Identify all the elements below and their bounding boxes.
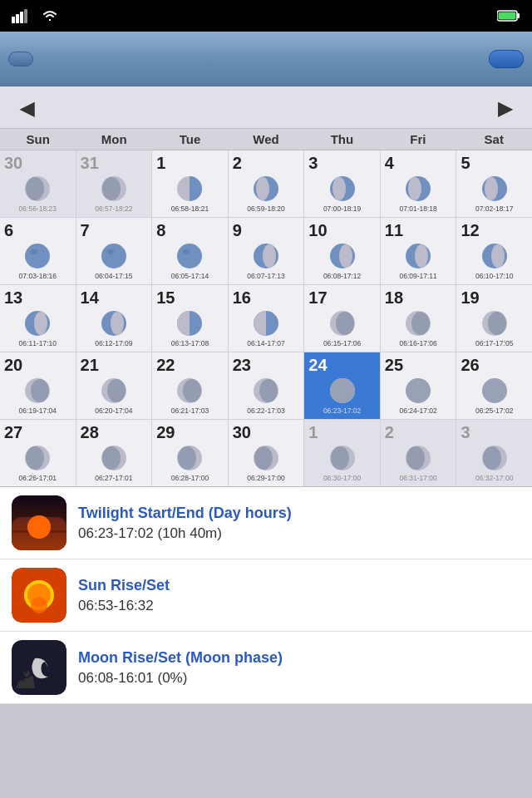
day-number: 15 [156, 288, 175, 308]
cal-cell-15[interactable]: 1506:13-17:08 [152, 285, 228, 352]
cell-time: 06:17-17:05 [475, 340, 513, 347]
info-value-sunrise: 06:53-16:32 [78, 598, 520, 614]
info-title-moonrise: Moon Rise/Set (Moon phase) [78, 649, 520, 667]
moon-phase-icon [404, 377, 432, 405]
day-number: 27 [4, 422, 22, 442]
svg-rect-5 [517, 13, 520, 18]
cal-cell-28[interactable]: 2806:27-17:01 [76, 420, 152, 486]
cell-time: 06:26-17:01 [19, 475, 57, 482]
moon-phase-icon [328, 175, 357, 203]
cal-cell-3-other[interactable]: 306:32-17:00 [456, 420, 532, 486]
cal-cell-16[interactable]: 1606:14-17:07 [229, 285, 304, 352]
moon-phase-icon [404, 242, 432, 270]
info-row-twilight[interactable]: Twilight Start/End (Day hours)06:23-17:0… [0, 487, 532, 559]
day-header-sat: Sat [456, 129, 532, 150]
nav-bar [0, 32, 532, 86]
moon-phase-icon [252, 444, 280, 472]
day-number: 1 [308, 422, 318, 442]
cell-time: 06:05-17:14 [171, 273, 209, 280]
info-row-sunrise[interactable]: Sun Rise/Set06:53-16:32 [0, 559, 532, 632]
cal-cell-2[interactable]: 206:59-18:20 [229, 150, 304, 217]
cal-cell-10[interactable]: 1006:08-17:12 [304, 218, 380, 284]
cell-time: 06:59-18:20 [247, 205, 284, 213]
cal-cell-20[interactable]: 2006:19-17:04 [0, 352, 76, 419]
cell-time: 06:12-17:09 [95, 340, 132, 347]
moon-phase-icon [404, 444, 432, 472]
cal-cell-3[interactable]: 307:00-18:19 [304, 150, 380, 217]
cell-time: 06:31-17:00 [399, 475, 436, 482]
day-number: 22 [156, 355, 175, 375]
cal-cell-30[interactable]: 3006:29-17:00 [229, 420, 304, 486]
cal-cell-13[interactable]: 1306:11-17:10 [0, 285, 76, 352]
day-number: 30 [4, 153, 22, 173]
moon-phase-icon [480, 444, 509, 472]
cal-cell-1[interactable]: 106:58-18:21 [152, 150, 228, 217]
info-row-moonrise[interactable]: Moon Rise/Set (Moon phase)06:08-16:01 (0… [0, 632, 532, 704]
svg-point-10 [102, 177, 121, 200]
svg-point-47 [31, 379, 49, 402]
cal-cell-24[interactable]: 2406:23-17:02 [304, 352, 380, 419]
cal-cell-25[interactable]: 2506:24-17:02 [381, 352, 456, 419]
moon-phase-icon [480, 242, 509, 270]
prev-month-button[interactable]: ◀ [12, 95, 42, 123]
cal-cell-12[interactable]: 1206:10-17:10 [456, 218, 532, 284]
cal-cell-9[interactable]: 906:07-17:13 [229, 218, 304, 284]
cell-time: 06:11-17:10 [19, 340, 57, 347]
svg-point-67 [254, 446, 273, 470]
cal-cell-5[interactable]: 507:02-18:17 [456, 150, 532, 217]
svg-point-23 [107, 249, 114, 254]
cell-time: 06:20-17:04 [95, 407, 132, 415]
cal-cell-11[interactable]: 1106:09-17:11 [381, 218, 456, 284]
next-month-button[interactable]: ▶ [490, 95, 520, 123]
cal-cell-1-other[interactable]: 106:30-17:00 [304, 420, 380, 486]
cal-cell-2-other[interactable]: 206:31-17:00 [381, 420, 456, 486]
status-right [497, 9, 520, 22]
cell-time: 06:22-17:03 [247, 407, 284, 415]
cell-time: 06:13-17:08 [171, 340, 209, 347]
day-number: 14 [81, 288, 99, 308]
svg-point-37 [111, 312, 124, 335]
day-number: 10 [308, 220, 327, 240]
cal-cell-8[interactable]: 806:05-17:14 [152, 218, 228, 284]
cal-cell-21[interactable]: 2106:20-17:04 [76, 352, 152, 419]
svg-point-24 [177, 244, 202, 268]
moon-phase-icon [23, 444, 52, 472]
day-number: 21 [81, 355, 99, 375]
select-button[interactable] [489, 50, 524, 68]
moon-phase-icon [252, 175, 280, 203]
cal-cell-30-other[interactable]: 3006:56-18:23 [0, 150, 76, 217]
cal-cell-14[interactable]: 1406:12-17:09 [76, 285, 152, 352]
cal-cell-29[interactable]: 2906:28-17:00 [152, 420, 228, 486]
cell-time: 06:28-17:00 [171, 475, 209, 482]
cal-cell-18[interactable]: 1806:16-17:06 [381, 285, 456, 352]
cal-cell-26[interactable]: 2606:25-17:02 [456, 352, 532, 419]
day-number: 26 [461, 355, 479, 375]
cell-time: 06:32-17:00 [475, 475, 513, 482]
moon-phase-icon [252, 242, 280, 270]
svg-rect-1 [16, 14, 19, 23]
moon-phase-icon [328, 242, 357, 270]
svg-point-59 [482, 378, 507, 403]
cal-cell-23[interactable]: 2306:22-17:03 [229, 352, 304, 419]
day-header-wed: Wed [228, 129, 303, 150]
date-button[interactable] [8, 52, 33, 66]
cal-cell-6[interactable]: 607:03-18:16 [0, 218, 76, 284]
svg-point-35 [34, 312, 47, 335]
svg-point-22 [101, 244, 126, 268]
day-number: 11 [385, 220, 403, 240]
svg-point-8 [26, 177, 44, 200]
cell-time: 07:03-18:16 [19, 273, 57, 280]
moon-phase-icon [100, 175, 128, 203]
cal-cell-4[interactable]: 407:01-18:18 [381, 150, 456, 217]
cal-cell-27[interactable]: 2706:26-17:01 [0, 420, 76, 486]
cal-cell-17[interactable]: 1706:15-17:06 [304, 285, 380, 352]
info-title-sunrise: Sun Rise/Set [78, 577, 520, 594]
cal-cell-19[interactable]: 1906:17-17:05 [456, 285, 532, 352]
info-title-twilight: Twilight Start/End (Day hours) [78, 505, 520, 522]
moon-phase-icon [404, 309, 432, 337]
cal-cell-7[interactable]: 706:04-17:15 [76, 218, 152, 284]
svg-rect-0 [12, 17, 15, 23]
status-left [12, 8, 58, 23]
cal-cell-22[interactable]: 2206:21-17:03 [152, 352, 228, 419]
cal-cell-31-other[interactable]: 3106:57-18:22 [76, 150, 152, 217]
